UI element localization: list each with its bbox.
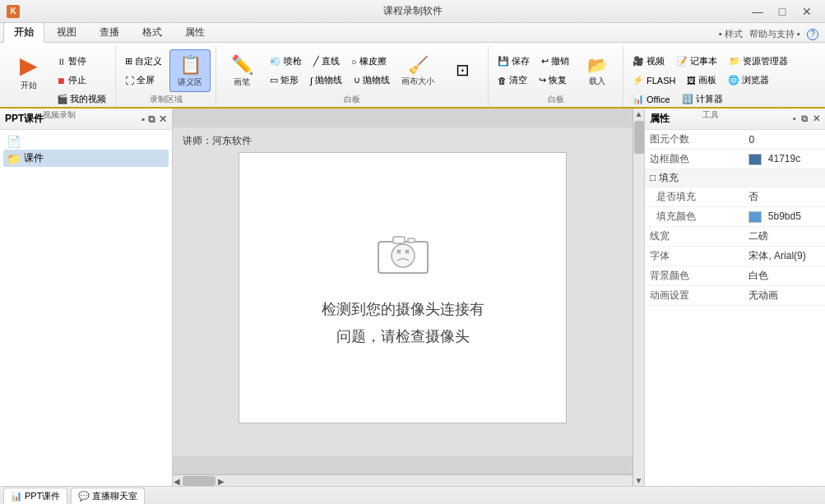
tab-properties[interactable]: 属性 — [174, 22, 216, 42]
tree-item-slides[interactable]: 📁 课件 — [3, 150, 169, 167]
ellipse-button[interactable]: ○ 橡皮擦 — [347, 53, 391, 70]
group-video-recording: ▶ 开始 ⏸ 暂停 ⏹ 停止 🎬 我的视频 视频录制 — [3, 46, 116, 107]
prop-fill-color-value: 5b9bd5 — [744, 207, 825, 227]
parabola2-icon: ∪ — [354, 75, 360, 86]
prop-element-count-value: 0 — [744, 130, 825, 150]
notepad-icon: 📝 — [676, 56, 688, 67]
start-button[interactable]: ▶ 开始 — [8, 49, 49, 92]
title-bar-left: K — [7, 5, 20, 18]
line-button[interactable]: ╱ 直线 — [309, 53, 344, 70]
style-link[interactable]: ▪ 样式 — [719, 28, 743, 40]
question-icon[interactable]: ? — [807, 29, 818, 40]
browser-icon: 🌐 — [728, 75, 739, 86]
video-tool-label: 视频 — [647, 55, 665, 67]
sidebar-close-button[interactable]: ✕ — [159, 113, 167, 125]
tab-ppt-slides[interactable]: 📊 PPT课件 — [3, 488, 67, 504]
minimize-button[interactable]: — — [746, 3, 769, 20]
close-button[interactable]: ✕ — [795, 3, 818, 20]
calculator-button[interactable]: 🔢 计算器 — [678, 90, 727, 108]
scroll-up-arrow[interactable]: ▲ — [633, 109, 644, 119]
tab-format[interactable]: 格式 — [132, 22, 173, 42]
eraser-button[interactable]: 🧹 画布大小 — [397, 49, 438, 92]
canvas-size-button[interactable]: ⊡ — [442, 49, 483, 92]
sidebar-pin-button[interactable]: ▪ — [141, 113, 145, 125]
start-label: 开始 — [21, 81, 37, 90]
prop-font-value: 宋体, Arial(9) — [744, 247, 825, 266]
browser-button[interactable]: 🌐 浏览器 — [724, 72, 773, 89]
properties-close-icon[interactable]: ✕ — [813, 113, 820, 124]
prop-animation: 动画设置 无动画 — [645, 286, 825, 306]
sidebar-controls: ▪ ⧉ ✕ — [141, 113, 167, 125]
save-button[interactable]: 💾 保存 — [494, 53, 534, 70]
save-icon: 💾 — [498, 56, 509, 67]
actions-stack: 💾 保存 ↩ 撤销 🗑 清空 ↪ 恢复 — [494, 49, 573, 89]
vertical-scrollbar[interactable]: ▲ ▼ — [633, 109, 644, 486]
scroll-down-arrow[interactable]: ▼ — [633, 475, 644, 486]
sidebar-float-button[interactable]: ⧉ — [148, 113, 155, 125]
pen-button[interactable]: ✏️ 画笔 — [221, 49, 262, 92]
parabola1-label: 抛物线 — [315, 74, 342, 86]
lecture-button[interactable]: 📋 讲义区 — [169, 49, 211, 92]
properties-pin-icon[interactable]: ▪ — [793, 113, 796, 124]
properties-float-icon[interactable]: ⧉ — [801, 113, 808, 124]
video-tool-button[interactable]: 🎥 视频 — [628, 53, 669, 70]
prop-font-label: 字体 — [645, 247, 744, 266]
tab-broadcast[interactable]: 查播 — [89, 22, 130, 42]
pause-button[interactable]: ⏸ 暂停 — [53, 53, 110, 70]
rect-button[interactable]: ▭ 矩形 — [266, 72, 303, 89]
window-title: 课程录制软件 — [383, 4, 443, 18]
spray-label: 喷枪 — [284, 55, 302, 67]
sidebar: PPT课件 ▪ ⧉ ✕ 📄 📁 课件 — [0, 109, 173, 486]
tab-start[interactable]: 开始 — [3, 22, 44, 43]
tab-view[interactable]: 视图 — [46, 22, 87, 42]
notepad-button[interactable]: 📝 记事本 — [672, 53, 721, 70]
canvas-content: 讲师：河东软件 — [173, 127, 633, 456]
load-button[interactable]: 📂 载入 — [577, 49, 618, 92]
prop-bg-color: 背景颜色 白色 — [645, 266, 825, 286]
group-area-label: 录制区域 — [121, 92, 211, 108]
stop-button[interactable]: ⏹ 停止 — [53, 72, 110, 89]
parabola2-button[interactable]: ∪ 抛物线 — [350, 72, 394, 89]
flash-button[interactable]: ⚡ FLASH — [628, 72, 679, 89]
scroll-thumb-vertical[interactable] — [634, 121, 644, 154]
wb-tools-stack: 💨 喷枪 ╱ 直线 ○ 橡皮擦 ▭ 矩形 — [266, 49, 394, 89]
prop-font: 字体 宋体, Arial(9) — [645, 247, 825, 266]
rect-icon: ▭ — [270, 75, 278, 86]
tab-live-chat[interactable]: 💬 直播聊天室 — [71, 488, 145, 504]
undo-button[interactable]: ↩ 撤销 — [537, 53, 573, 70]
undo-label: 撤销 — [551, 55, 569, 67]
tools-stack: 🎥 视频 📝 记事本 📁 资源管理器 ⚡ FLASH — [628, 49, 792, 108]
custom-label: 自定义 — [135, 55, 162, 67]
window-controls: — □ ✕ — [746, 3, 818, 20]
canvas-area: 讲师：河东软件 — [173, 109, 644, 486]
my-video-button[interactable]: 🎬 我的视频 — [53, 90, 110, 108]
clear-button[interactable]: 🗑 清空 — [494, 72, 531, 89]
pause-stop-stack: ⏸ 暂停 ⏹ 停止 🎬 我的视频 — [53, 49, 110, 108]
drawing-button[interactable]: 🖼 画板 — [683, 72, 721, 89]
parabola1-button[interactable]: ∫ 抛物线 — [306, 72, 346, 89]
horizontal-scrollbar[interactable]: ◀ ▶ — [173, 474, 633, 486]
scroll-right-arrow[interactable]: ▶ — [217, 476, 225, 487]
scroll-left-arrow[interactable]: ◀ — [173, 476, 181, 487]
tools-row1: 🎥 视频 📝 记事本 📁 资源管理器 — [628, 53, 792, 70]
help-link[interactable]: 帮助与支持 ▪ — [749, 28, 800, 40]
save-label: 保存 — [512, 55, 530, 67]
prop-bg-color-value: 白色 — [744, 266, 825, 286]
recover-button[interactable]: ↪ 恢复 — [535, 72, 571, 89]
fullscreen-button[interactable]: ⛶ 全屏 — [121, 72, 166, 89]
camera-box: 检测到您的摄像头连接有 问题，请检查摄像头 — [239, 152, 567, 423]
custom-button[interactable]: ⊞ 自定义 — [121, 53, 166, 70]
res-mgr-button[interactable]: 📁 资源管理器 — [725, 53, 792, 70]
group-video-content: ▶ 开始 ⏸ 暂停 ⏹ 停止 🎬 我的视频 — [8, 46, 110, 108]
spray-button[interactable]: 💨 喷枪 — [266, 53, 306, 70]
prop-is-fill-value: 否 — [744, 187, 825, 207]
scroll-thumb-horizontal[interactable] — [183, 476, 216, 486]
group-video-label: 视频录制 — [8, 108, 110, 123]
custom-icon: ⊞ — [125, 56, 132, 67]
office-button[interactable]: 📊 Office — [628, 90, 674, 108]
maximize-button[interactable]: □ — [771, 3, 794, 20]
tree-item-new[interactable]: 📄 — [3, 133, 169, 150]
prop-bg-color-label: 背景颜色 — [645, 266, 744, 286]
prop-line-width-label: 线宽 — [645, 227, 744, 247]
canvas-size-icon: ⊡ — [456, 60, 470, 80]
